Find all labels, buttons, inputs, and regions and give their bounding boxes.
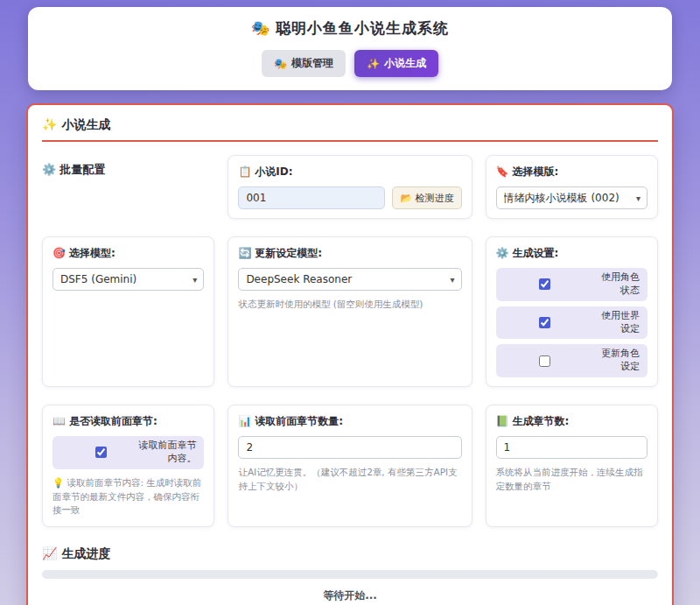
template-select[interactable]: 情绪内核小说模板 (002) [496, 186, 648, 209]
model-select-wrapper: DSF5 (Gemini) [52, 268, 204, 291]
section-title: ✨小说生成 [42, 117, 658, 142]
use-world-setting-label: 使用世界设定 [594, 310, 640, 336]
progress-status-text: 等待开始... [42, 588, 658, 603]
novel-id-row: 📂 检测进度 [238, 186, 461, 209]
model-label: 🎯选择模型: [52, 246, 204, 261]
template-select-wrapper: 情绪内核小说模板 (002) [496, 186, 648, 209]
batch-config-text: 批量配置 [60, 163, 105, 176]
refresh-icon: 🔄 [238, 247, 251, 259]
update-model-select[interactable]: DeepSeek Reasoner [238, 268, 461, 291]
config-grid: ⚙️批量配置 📋小说ID: 📂 检测进度 🔖选择模版: 情绪内核小说模板 (00… [42, 155, 658, 527]
template-label-text: 选择模版: [513, 165, 559, 178]
template-label: 🔖选择模版: [496, 165, 648, 179]
generation-settings-label: ⚙️生成设置: [496, 246, 648, 261]
update-character-setting-label: 更新角色设定 [594, 348, 640, 374]
gear-icon: ⚙️ [42, 163, 56, 176]
previous-count-hint: 让AI记忆更连贯。（建议不超过2章, 有些第三方API支持上下文较小） [238, 466, 461, 494]
update-character-setting-row: 更新角色设定 [496, 344, 648, 377]
use-world-setting-row: 使用世界设定 [496, 306, 648, 340]
app-header: 🎭聪明小鱼鱼小说生成系统 🎭模版管理 ✨小说生成 [28, 7, 672, 90]
chart-increasing-icon: 📈 [42, 546, 57, 560]
use-world-setting-checkbox[interactable] [539, 317, 550, 328]
app-title-text: 聪明小鱼鱼小说生成系统 [276, 19, 449, 37]
gear-icon: ⚙️ [496, 247, 509, 259]
tab-template-management[interactable]: 🎭模版管理 [262, 50, 346, 77]
template-tab-icon: 🎭 [274, 58, 287, 70]
chapter-count-input[interactable] [496, 436, 648, 459]
previous-count-label-text: 读取前面章节数量: [255, 415, 343, 427]
read-previous-checkbox-label: 读取前面章节内容。 [133, 440, 196, 466]
progress-title-text: 生成进度 [61, 546, 110, 560]
previous-count-input[interactable] [238, 436, 461, 459]
model-label-text: 选择模型: [69, 247, 116, 259]
section-title-text: 小说生成 [61, 117, 110, 131]
previous-count-field: 📊读取前面章节数量: 让AI记忆更连贯。（建议不超过2章, 有些第三方API支持… [228, 405, 472, 527]
generation-settings-label-text: 生成设置: [513, 247, 559, 259]
novel-id-label: 📋小说ID: [238, 165, 461, 179]
use-character-state-label: 使用角色状态 [594, 271, 640, 298]
read-previous-hint-text: 读取前面章节内容: 生成时读取前面章节的最新文件内容，确保内容衔接一致 [52, 477, 201, 516]
update-model-field: 🔄更新设定模型: DeepSeek Reasoner 状态更新时使用的模型 (留… [228, 236, 472, 387]
green-book-icon: 📗 [496, 415, 509, 427]
chapter-count-label-text: 生成章节数: [513, 415, 570, 427]
app-title: 🎭聪明小鱼鱼小说生成系统 [42, 18, 658, 39]
update-model-select-wrapper: DeepSeek Reasoner [238, 268, 461, 291]
tab-novel-generation[interactable]: ✨小说生成 [354, 50, 438, 77]
target-icon: 🎯 [52, 247, 66, 259]
update-model-label: 🔄更新设定模型: [238, 246, 461, 261]
read-previous-checkbox[interactable] [95, 447, 107, 458]
model-select[interactable]: DSF5 (Gemini) [52, 268, 204, 291]
bookmark-icon: 🔖 [496, 165, 509, 178]
read-previous-label-text: 是否读取前面章节: [69, 415, 158, 427]
light-bulb-icon: 💡 [52, 477, 64, 488]
novel-generation-panel: ✨小说生成 ⚙️批量配置 📋小说ID: 📂 检测进度 🔖选择模版: 情 [26, 103, 674, 605]
novel-id-field: 📋小说ID: 📂 检测进度 [228, 155, 472, 219]
folder-icon: 📂 [400, 193, 412, 204]
update-model-label-text: 更新设定模型: [255, 247, 322, 259]
model-field: 🎯选择模型: DSF5 (Gemini) [42, 236, 214, 387]
theater-masks-icon: 🎭 [251, 19, 270, 37]
batch-config-label: ⚙️批量配置 [42, 155, 214, 219]
update-model-hint: 状态更新时使用的模型 (留空则使用生成模型) [238, 298, 461, 312]
generation-settings-field: ⚙️生成设置: 使用角色状态 使用世界设定 更新角色设定 [486, 236, 658, 387]
read-previous-field: 📖是否读取前面章节: 读取前面章节内容。 💡 读取前面章节内容: 生成时读取前面… [42, 405, 214, 527]
progress-bar [42, 570, 658, 579]
sparkles-icon: ✨ [42, 117, 57, 131]
open-book-icon: 📖 [52, 415, 66, 427]
bar-chart-icon: 📊 [238, 415, 251, 427]
update-character-setting-checkbox[interactable] [539, 355, 550, 367]
read-previous-row: 读取前面章节内容。 [52, 436, 204, 469]
chapter-count-hint: 系统将从当前进度开始，连续生成指定数量的章节 [496, 466, 648, 494]
main-nav: 🎭模版管理 ✨小说生成 [42, 50, 658, 77]
previous-count-label: 📊读取前面章节数量: [238, 414, 461, 429]
generation-tab-label: 小说生成 [384, 56, 426, 71]
template-tab-label: 模版管理 [291, 56, 333, 71]
chapter-count-field: 📗生成章节数: 系统将从当前进度开始，连续生成指定数量的章节 [486, 405, 658, 527]
novel-id-label-text: 小说ID: [255, 165, 292, 178]
template-field: 🔖选择模版: 情绪内核小说模板 (002) [486, 155, 658, 219]
novel-id-input[interactable] [238, 186, 385, 209]
sparkles-icon: ✨ [367, 58, 380, 70]
check-progress-button[interactable]: 📂 检测进度 [392, 186, 461, 209]
use-character-state-checkbox[interactable] [539, 278, 550, 290]
read-previous-hint: 💡 读取前面章节内容: 生成时读取前面章节的最新文件内容，确保内容衔接一致 [52, 476, 204, 517]
progress-section-title: 📈生成进度 [42, 546, 658, 562]
clipboard-icon: 📋 [238, 165, 251, 178]
chapter-count-label: 📗生成章节数: [496, 414, 648, 429]
read-previous-label: 📖是否读取前面章节: [52, 414, 204, 429]
check-progress-label: 检测进度 [416, 193, 454, 204]
use-character-state-row: 使用角色状态 [496, 268, 648, 301]
